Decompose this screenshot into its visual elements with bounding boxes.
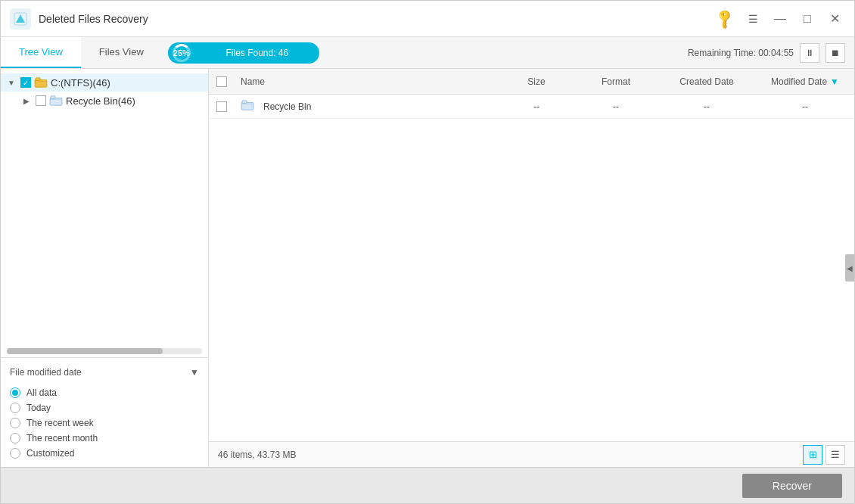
menu-button[interactable]: ☰ — [742, 8, 763, 30]
filter-option-4[interactable]: Customized — [10, 446, 199, 461]
tab-tree-view[interactable]: Tree View — [1, 37, 81, 68]
filter-option-1[interactable]: Today — [10, 400, 199, 415]
list-view-button[interactable]: ☰ — [825, 445, 845, 465]
recover-button[interactable]: Recover — [742, 474, 842, 498]
th-name: Name — [235, 76, 499, 87]
main-window: Deleted Files Recovery 🔑 ☰ — □ ✕ Tree Vi… — [0, 0, 855, 504]
svg-rect-7 — [242, 101, 247, 104]
left-panel: ▼ C:(NTFS)(46) ▶ — [1, 69, 209, 467]
td-created: -- — [658, 101, 756, 112]
filter-option-0[interactable]: All data — [10, 385, 199, 400]
table-row[interactable]: Recycle Bin -- -- -- -- — [209, 95, 854, 119]
table-header: Name Size Format Created Date Modified D… — [209, 69, 854, 95]
radio-circle-3 — [10, 433, 20, 443]
radio-label-1: Today — [26, 403, 51, 413]
file-folder-icon-0 — [241, 100, 254, 113]
right-panel: Name Size Format Created Date Modified D… — [209, 69, 854, 467]
close-button[interactable]: ✕ — [824, 8, 845, 30]
remaining-time: Remaining Time: 00:04:55 ⏸ ⏹ — [688, 37, 854, 68]
radio-circle-2 — [10, 418, 20, 428]
title-bar: Deleted Files Recovery 🔑 ☰ — □ ✕ — [1, 1, 854, 37]
progress-area: 25% Files Found: 46 — [168, 37, 319, 68]
window-controls: 🔑 ☰ — □ ✕ — [717, 8, 845, 30]
drive-icon — [34, 77, 48, 88]
progress-spinner: 25% — [173, 44, 191, 62]
th-modified-date[interactable]: Modified Date ▼ — [756, 76, 854, 87]
tree-toggle-child[interactable]: ▶ — [20, 95, 33, 107]
maximize-button[interactable]: □ — [797, 8, 818, 30]
tree-area: ▼ C:(NTFS)(46) ▶ — [1, 69, 208, 345]
filter-title: File modified date — [10, 367, 82, 378]
tree-child-item[interactable]: ▶ Recycle Bin(46) — [16, 92, 208, 110]
tree-children: ▶ Recycle Bin(46) — [1, 92, 208, 110]
side-handle[interactable]: ◀ — [845, 254, 854, 282]
tree-root-label: C:(NTFS)(46) — [51, 77, 110, 89]
status-bar: 46 items, 43.73 MB ⊞ ☰ — [209, 441, 854, 467]
tree-child-label: Recycle Bin(46) — [66, 95, 135, 107]
svg-rect-5 — [51, 96, 55, 99]
filter-options: All dataTodayThe recent weekThe recent m… — [10, 385, 199, 461]
svg-rect-4 — [50, 98, 62, 106]
radio-circle-1 — [10, 403, 20, 413]
radio-circle-0 — [10, 387, 20, 398]
filter-header[interactable]: File modified date ▼ — [10, 364, 199, 381]
th-check — [209, 76, 235, 87]
side-handle-arrow-icon: ◀ — [847, 264, 853, 272]
filter-option-2[interactable]: The recent week — [10, 415, 199, 431]
tree-toggle-root[interactable]: ▼ — [5, 76, 17, 89]
table-body: Recycle Bin -- -- -- -- — [209, 95, 854, 441]
td-check — [209, 101, 235, 112]
grid-view-button[interactable]: ⊞ — [803, 445, 822, 465]
window-title: Deleted Files Recovery — [39, 13, 717, 25]
radio-label-0: All data — [26, 387, 57, 398]
radio-label-4: Customized — [26, 448, 74, 459]
svg-rect-6 — [241, 103, 253, 110]
files-found-text: Files Found: 46 — [195, 48, 319, 58]
header-checkbox[interactable] — [216, 76, 227, 87]
stop-button[interactable]: ⏹ — [825, 43, 845, 63]
tab-files-view[interactable]: Files View — [81, 37, 162, 68]
sort-arrow-icon: ▼ — [830, 76, 839, 87]
app-icon — [10, 8, 31, 30]
row-name-0: Recycle Bin — [263, 101, 311, 112]
td-format: -- — [574, 101, 658, 112]
status-text: 46 items, 43.73 MB — [218, 450, 803, 460]
view-buttons: ⊞ ☰ — [803, 445, 845, 465]
tree-scrollbar[interactable] — [7, 348, 202, 354]
filter-panel: File modified date ▼ All dataTodayThe re… — [1, 357, 208, 467]
row-checkbox-0[interactable] — [216, 101, 227, 112]
svg-rect-2 — [35, 80, 47, 88]
tab-bar: Tree View Files View 25% Files Found: 46… — [1, 37, 854, 69]
scrollbar-thumb — [7, 348, 163, 354]
key-icon: 🔑 — [713, 7, 736, 30]
svg-rect-3 — [36, 78, 40, 81]
progress-bar: 25% Files Found: 46 — [168, 42, 319, 64]
th-format: Format — [574, 76, 658, 87]
minimize-button[interactable]: — — [770, 8, 791, 30]
td-size: -- — [499, 101, 574, 112]
recycle-folder-icon — [49, 95, 63, 106]
tree-checkbox-child[interactable] — [36, 95, 46, 106]
filter-toggle-icon: ▼ — [190, 367, 199, 378]
bottom-bar: Recover — [1, 467, 854, 503]
th-created-date[interactable]: Created Date — [658, 76, 756, 87]
td-name: Recycle Bin — [235, 100, 499, 113]
tree-checkbox-root[interactable] — [20, 77, 31, 88]
radio-label-2: The recent week — [26, 418, 94, 428]
radio-circle-4 — [10, 448, 20, 459]
radio-label-3: The recent month — [26, 433, 98, 443]
pause-button[interactable]: ⏸ — [800, 43, 819, 63]
main-content: ▼ C:(NTFS)(46) ▶ — [1, 69, 854, 467]
tree-root-item[interactable]: ▼ C:(NTFS)(46) — [1, 73, 208, 92]
filter-option-3[interactable]: The recent month — [10, 431, 199, 446]
td-modified: -- — [756, 101, 854, 112]
th-size: Size — [499, 76, 574, 87]
